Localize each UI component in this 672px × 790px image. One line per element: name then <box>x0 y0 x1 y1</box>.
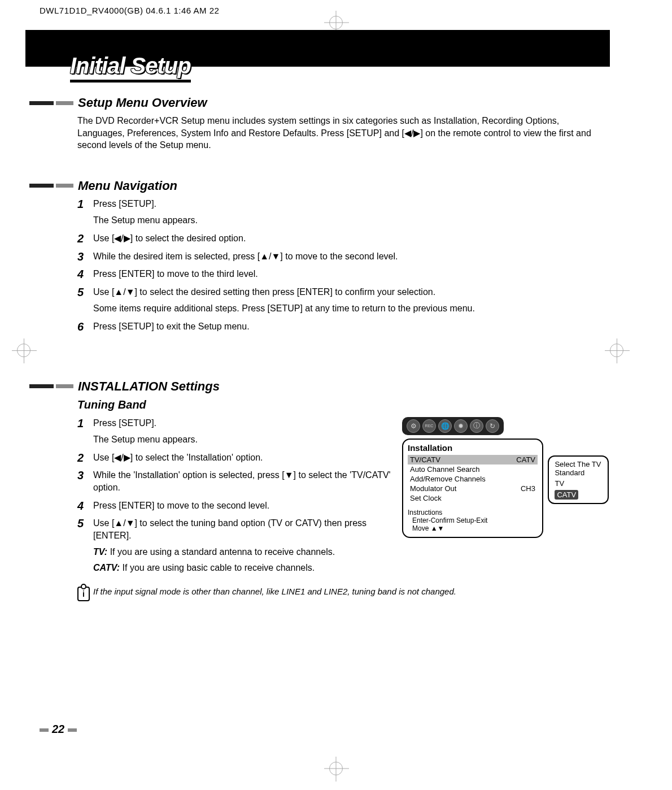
osd-row-selected: TV/CATV CATV <box>408 455 538 465</box>
navigation-steps: Press [SETUP]. The Setup menu appears. U… <box>77 198 611 333</box>
tv-definition: TV: If you are using a standard antenna … <box>77 547 392 557</box>
crop-mark-bottom <box>329 762 343 775</box>
section-heading: Setup Menu Overview <box>78 96 207 110</box>
section-bar-icon <box>29 184 73 188</box>
osd-label: Modulator Out <box>410 484 456 493</box>
step-subtext: The Setup menu appears. <box>93 214 611 227</box>
popup-text: Select The TV <box>555 460 602 468</box>
instructions-line: Enter-Confirm Setup-Exit <box>408 516 538 524</box>
section-bar-icon <box>29 101 73 105</box>
page-number: 22 <box>40 723 77 736</box>
term-label: CATV: <box>93 563 120 572</box>
crop-mark-left <box>17 344 30 357</box>
step-text: Press [SETUP]. <box>93 199 156 209</box>
osd-label: Add/Remove Channels <box>410 475 486 483</box>
step-item: Press [ENTER] to move to the second leve… <box>77 500 392 512</box>
osd-title: Installation <box>408 443 538 453</box>
instructions-label: Instructions <box>408 509 442 516</box>
page-title: Initial Setup <box>70 53 191 83</box>
osd-row: Add/Remove Channels <box>408 474 538 484</box>
note: i If the input signal mode is other than… <box>77 587 611 601</box>
system-info-icon: ⓘ <box>470 419 483 433</box>
restore-defaults-icon: ↻ <box>486 419 499 433</box>
osd-value: CH3 <box>521 484 535 493</box>
step-text: Press [SETUP]. <box>93 418 156 428</box>
catv-definition: CATV: If you are using basic cable to re… <box>77 563 392 573</box>
osd-row: Set Clock <box>408 493 538 503</box>
osd-panel: Installation TV/CATV CATV Auto Channel S… <box>402 439 543 538</box>
subsection-heading: Tuning Band <box>77 398 611 411</box>
info-icon: i <box>77 587 90 601</box>
installation-icon: ⚙ <box>407 419 420 433</box>
section-heading: Menu Navigation <box>78 179 177 193</box>
step-item: While the 'Installation' option is selec… <box>77 469 392 493</box>
crop-mark-top <box>329 16 343 29</box>
osd-popup: Select The TV Standard TV CATV <box>548 455 609 504</box>
osd-label: Auto Channel Search <box>410 465 480 474</box>
step-item: Use [▲/▼] to select the tuning band opti… <box>77 517 392 541</box>
section-header-overview: Setup Menu Overview <box>29 96 611 110</box>
term-text: If you are using a standard antenna to r… <box>110 547 335 557</box>
step-item: Use [◀/▶] to select the 'Installation' o… <box>77 452 392 464</box>
osd-value: CATV <box>516 455 535 464</box>
note-text: If the input signal mode is other than c… <box>93 587 456 596</box>
crop-mark-right <box>610 344 623 357</box>
osd-row: Auto Channel Search <box>408 465 538 474</box>
osd-label: Set Clock <box>410 494 442 502</box>
step-item: Press [SETUP]. The Setup menu appears. <box>77 417 392 446</box>
section-heading: INSTALLATION Settings <box>78 379 220 394</box>
step-item: Use [◀/▶] to select the desired option. <box>77 232 611 245</box>
rec-options-icon: REC <box>422 419 436 433</box>
osd-row: Modulator Out CH3 <box>408 484 538 493</box>
section-bar-icon <box>29 384 73 388</box>
section-header-navigation: Menu Navigation <box>29 179 611 193</box>
popup-text: Standard <box>555 468 602 477</box>
step-item: Press [SETUP]. The Setup menu appears. <box>77 198 611 227</box>
osd-category-icons: ⚙ REC 🌐 ✹ ⓘ ↻ <box>402 417 504 435</box>
step-subtext: The Setup menu appears. <box>93 433 392 446</box>
osd-illustration: ⚙ REC 🌐 ✹ ⓘ ↻ Installation TV/CATV CATV … <box>402 417 611 579</box>
instructions-line: Move ▲▼ <box>408 524 538 532</box>
step-text: Use [▲/▼] to select the desired setting … <box>93 287 435 297</box>
osd-label: TV/CATV <box>410 455 440 464</box>
tuning-steps: Press [SETUP]. The Setup menu appears. U… <box>77 417 392 542</box>
preferences-icon: ✹ <box>454 419 468 433</box>
term-text: If you are using basic cable to receive … <box>123 563 315 572</box>
popup-option: TV <box>555 479 602 488</box>
overview-text: The DVD Recorder+VCR Setup menu includes… <box>77 115 600 151</box>
step-item: Use [▲/▼] to select the desired setting … <box>77 286 611 315</box>
step-item: Press [ENTER] to move to the third level… <box>77 268 611 280</box>
term-label: TV: <box>93 547 107 557</box>
popup-option-selected: CATV <box>555 490 578 500</box>
languages-icon: 🌐 <box>438 419 452 433</box>
step-subtext: Some items require additional steps. Pre… <box>93 302 611 315</box>
section-header-installation: INSTALLATION Settings <box>29 379 611 394</box>
osd-instructions: Instructions Enter-Confirm Setup-Exit Mo… <box>408 509 538 532</box>
step-item: Press [SETUP] to exit the Setup menu. <box>77 320 611 333</box>
step-item: While the desired item is selected, pres… <box>77 250 611 263</box>
doc-header: DWL71D1D_RV4000(GB) 04.6.1 1:46 AM 22 <box>40 6 219 15</box>
